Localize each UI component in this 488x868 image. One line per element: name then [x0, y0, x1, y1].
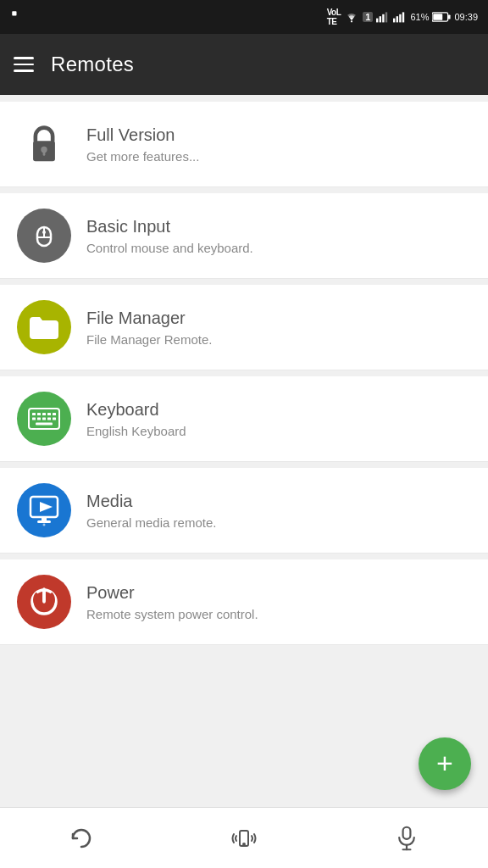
power-title: Power: [86, 583, 258, 603]
volte-indicator: VoLTE: [327, 8, 341, 26]
svg-rect-21: [32, 413, 36, 415]
svg-rect-0: [12, 11, 16, 15]
basic-input-subtitle: Control mouse and keyboard.: [86, 241, 253, 255]
svg-rect-8: [400, 14, 402, 23]
list-item-media[interactable]: Media General media remote.: [0, 468, 488, 554]
time: 09:39: [454, 12, 478, 22]
svg-rect-24: [47, 413, 51, 415]
svg-rect-6: [393, 19, 395, 23]
mic-icon: [395, 826, 419, 851]
mic-button[interactable]: [373, 808, 441, 868]
power-text: Power Remote system power control.: [86, 583, 258, 621]
add-button[interactable]: +: [419, 737, 471, 790]
notification-count: 1: [363, 12, 373, 22]
svg-rect-3: [380, 16, 381, 22]
svg-rect-22: [37, 413, 41, 415]
svg-rect-30: [53, 418, 56, 420]
media-text: Media General media remote.: [86, 492, 216, 530]
svg-rect-15: [43, 150, 46, 155]
keyboard-title: Keyboard: [86, 400, 186, 420]
device-button[interactable]: [210, 808, 278, 868]
keyboard-subtitle: English Keyboard: [86, 424, 186, 438]
media-icon: [17, 483, 71, 537]
battery-icon: [432, 12, 451, 22]
svg-rect-31: [36, 423, 53, 426]
device-icon: [231, 826, 257, 851]
svg-point-1: [351, 20, 352, 22]
svg-rect-5: [385, 12, 387, 22]
svg-rect-35: [37, 520, 51, 523]
basic-input-title: Basic Input: [86, 217, 253, 236]
list-item-file-manager[interactable]: File Manager File Manager Remote.: [0, 285, 488, 370]
list-item-full-version[interactable]: Full Version Get more features...: [0, 102, 488, 187]
status-icons: VoLTE 1 61% 09:39: [327, 8, 478, 26]
svg-rect-25: [53, 413, 56, 415]
menu-button[interactable]: [14, 57, 34, 72]
list-item-keyboard[interactable]: Keyboard English Keyboard: [0, 376, 488, 462]
wifi-icon: [344, 11, 359, 23]
full-version-subtitle: Get more features...: [86, 149, 199, 164]
full-version-icon: [17, 117, 71, 171]
svg-rect-12: [434, 14, 443, 20]
list-item-basic-input[interactable]: Basic Input Control mouse and keyboard.: [0, 193, 488, 279]
refresh-button[interactable]: [47, 808, 115, 868]
file-manager-icon: [17, 300, 71, 354]
keyboard-icon: [17, 392, 71, 446]
basic-input-icon: [17, 209, 71, 263]
list-item-power[interactable]: Power Remote system power control.: [0, 559, 488, 645]
bottom-navigation: [0, 807, 488, 868]
svg-point-41: [243, 843, 245, 845]
svg-point-36: [43, 524, 46, 526]
remotes-list: Full Version Get more features... Basic …: [0, 95, 488, 807]
app-bar: Remotes: [0, 34, 488, 95]
svg-point-19: [42, 231, 46, 234]
svg-rect-11: [449, 14, 452, 19]
full-version-text: Full Version Get more features...: [86, 125, 199, 164]
svg-rect-26: [32, 418, 36, 420]
svg-rect-29: [47, 418, 51, 420]
svg-rect-9: [402, 12, 404, 22]
svg-marker-33: [40, 502, 53, 512]
svg-rect-28: [42, 418, 46, 420]
svg-rect-42: [403, 826, 411, 838]
refresh-icon: [69, 826, 94, 851]
status-bar: VoLTE 1 61% 09:39: [0, 0, 488, 34]
signal-bars2-icon: [393, 11, 407, 23]
media-subtitle: General media remote.: [86, 515, 216, 530]
svg-rect-27: [37, 418, 41, 420]
svg-rect-4: [383, 14, 385, 23]
add-icon: +: [436, 748, 453, 777]
page-title: Remotes: [51, 53, 134, 76]
power-subtitle: Remote system power control.: [86, 607, 258, 621]
svg-rect-23: [42, 413, 46, 415]
basic-input-text: Basic Input Control mouse and keyboard.: [86, 217, 253, 255]
file-manager-title: File Manager: [86, 309, 212, 328]
signal-bars-icon: [376, 11, 390, 23]
file-manager-subtitle: File Manager Remote.: [86, 332, 212, 347]
power-icon: [17, 575, 71, 629]
full-version-title: Full Version: [86, 125, 199, 145]
file-manager-text: File Manager File Manager Remote.: [86, 309, 212, 347]
battery-percent: 61%: [410, 12, 429, 22]
svg-rect-7: [396, 16, 398, 22]
svg-rect-2: [376, 19, 378, 23]
keyboard-text: Keyboard English Keyboard: [86, 400, 186, 438]
media-title: Media: [86, 492, 216, 511]
